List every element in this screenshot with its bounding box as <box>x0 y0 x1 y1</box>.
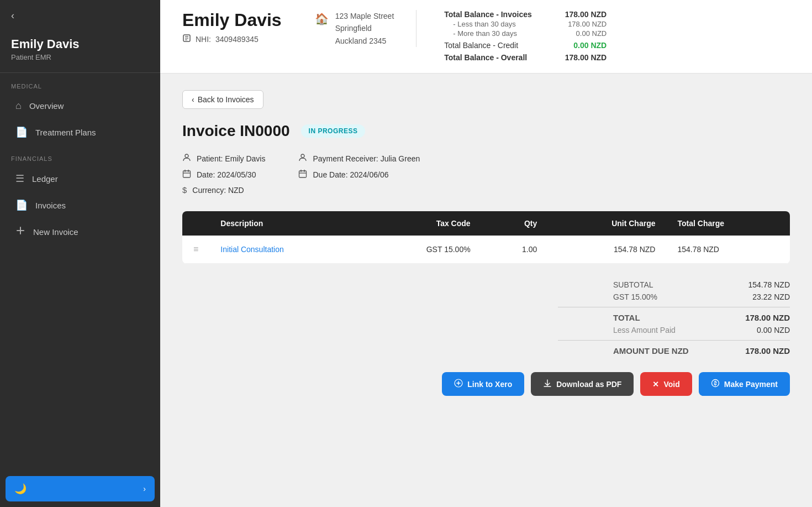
patient-header: Emily Davis NHI: 3409489345 🏠 123 Maple … <box>160 0 812 74</box>
due-date-calendar-icon <box>298 169 307 180</box>
balance-row-credit: Total Balance - Credit 0.00 NZD <box>444 41 607 50</box>
date-label: Date: 2024/05/30 <box>197 170 256 179</box>
drag-handle-icon[interactable]: ≡ <box>193 244 198 254</box>
sidebar-item-overview[interactable]: ⌂ Overview <box>4 93 156 118</box>
amount-due-label: AMOUNT DUE NZD <box>613 346 690 356</box>
back-chevron-icon: ‹ <box>192 95 194 104</box>
meta-due-date: Due Date: 2024/06/06 <box>298 169 420 180</box>
patient-icon <box>182 153 191 164</box>
currency-label: Currency: NZD <box>192 186 244 195</box>
sidebar-item-ledger[interactable]: ☰ Ledger <box>4 166 156 191</box>
col-total-charge: Total Charge <box>666 211 790 236</box>
item-description-link[interactable]: Initial Consultation <box>220 245 283 254</box>
meta-patient: Patient: Emily Davis <box>182 153 265 164</box>
subtotal-value: 154.78 NZD <box>724 280 790 289</box>
sidebar-item-label: Treatment Plans <box>35 128 96 137</box>
nhi-icon <box>182 34 191 44</box>
invoice-meta: Patient: Emily Davis Date: 2024/05/30 $ … <box>182 153 790 195</box>
total-value: 178.00 NZD <box>724 313 790 322</box>
document-icon: 📄 <box>15 126 28 138</box>
subtotal-label: SUBTOTAL <box>613 280 690 289</box>
amount-due-row: AMOUNT DUE NZD 178.00 NZD <box>558 346 790 356</box>
svg-rect-7 <box>183 171 191 177</box>
nhi-value: 3409489345 <box>215 35 259 44</box>
meta-date: Date: 2024/05/30 <box>182 169 265 180</box>
sidebar-patient-name: Emily Davis <box>11 37 149 51</box>
totals-block: SUBTOTAL 154.78 NZD GST 15.00% 23.22 NZD… <box>182 280 790 356</box>
total-overall-value: 178.00 NZD <box>565 53 607 62</box>
sidebar-item-treatment-plans[interactable]: 📄 Treatment Plans <box>4 119 156 145</box>
balance-row-overall: Total Balance - Overall 178.00 NZD <box>444 53 607 62</box>
subtotal-row: SUBTOTAL 154.78 NZD <box>558 280 790 289</box>
make-payment-button[interactable]: Make Payment <box>699 372 790 396</box>
balance-row-total-invoices: Total Balance - Invoices 178.00 NZD <box>444 10 607 19</box>
meta-currency: $ Currency: NZD <box>182 185 265 195</box>
void-label: Void <box>663 380 679 389</box>
sidebar-item-label: Invoices <box>35 201 66 210</box>
nhi-label: NHI: <box>196 35 211 44</box>
row-description[interactable]: Initial Consultation <box>209 236 362 264</box>
more-30-value: 0.00 NZD <box>576 29 607 38</box>
void-button[interactable]: ✕ Void <box>640 372 692 396</box>
table-row: ≡ Initial Consultation GST 15.00% 1.00 1… <box>182 236 790 264</box>
chevron-right-icon: › <box>143 484 146 493</box>
col-unit-charge: Unit Charge <box>548 211 666 236</box>
calendar-icon <box>182 169 191 180</box>
payment-receiver-label: Payment Receiver: Julia Green <box>313 154 420 163</box>
row-unit-charge: 154.78 NZD <box>548 236 666 264</box>
sidebar-item-invoices[interactable]: 📄 Invoices <box>4 192 156 218</box>
sidebar-bottom: 🌙 › <box>0 471 160 507</box>
address-line3: Auckland 2345 <box>335 35 394 47</box>
patient-address-block: 🏠 123 Maple Street Springfield Auckland … <box>315 10 417 47</box>
sidebar-patient-label: Patient EMR <box>11 53 149 61</box>
list-icon: ☰ <box>15 173 24 185</box>
total-label: TOTAL <box>613 313 690 322</box>
back-button-label: Back to Invoices <box>198 95 254 104</box>
download-pdf-button[interactable]: Download as PDF <box>531 372 634 396</box>
link-to-xero-button[interactable]: Link to Xero <box>442 372 524 396</box>
back-arrow-icon: ‹ <box>11 10 14 21</box>
svg-rect-12 <box>299 171 307 177</box>
sidebar-item-label: Overview <box>29 101 64 111</box>
less-30-value: 178.00 NZD <box>568 20 607 28</box>
meta-col-left: Patient: Emily Davis Date: 2024/05/30 $ … <box>182 153 265 195</box>
less-30-label: - Less than 30 days <box>453 20 515 28</box>
gst-row: GST 15.00% 23.22 NZD <box>558 292 790 301</box>
patient-address: 123 Maple Street Springfield Auckland 23… <box>335 10 394 47</box>
payment-icon <box>711 379 720 389</box>
less-paid-row: Less Amount Paid 0.00 NZD <box>558 326 790 334</box>
address-line2: Springfield <box>335 22 394 34</box>
amount-due-value: 178.00 NZD <box>724 346 790 356</box>
sidebar-back-button[interactable]: ‹ <box>0 0 160 32</box>
balance-block: Total Balance - Invoices 178.00 NZD - Le… <box>444 10 607 63</box>
total-row: TOTAL 178.00 NZD <box>558 313 790 322</box>
invoice-actions: Link to Xero Download as PDF ✕ Void Make… <box>182 372 790 407</box>
total-credit-value: 0.00 NZD <box>573 41 607 50</box>
total-credit-label: Total Balance - Credit <box>444 41 518 50</box>
totals-divider-1 <box>558 307 790 307</box>
col-drag <box>182 211 209 236</box>
meta-col-right: Payment Receiver: Julia Green Due Date: … <box>298 153 420 195</box>
drag-handle-cell: ≡ <box>182 236 209 264</box>
sidebar-item-label: New Invoice <box>33 227 78 237</box>
balance-row-more-30: - More than 30 days 0.00 NZD <box>444 29 607 38</box>
sidebar-patient-info: Emily Davis Patient EMR <box>0 32 160 73</box>
svg-point-6 <box>185 154 188 158</box>
total-invoices-value: 178.00 NZD <box>565 10 607 19</box>
address-line1: 123 Maple Street <box>335 10 394 22</box>
home-icon: ⌂ <box>15 100 22 112</box>
sidebar-item-new-invoice[interactable]: New Invoice <box>4 219 156 245</box>
invoice-icon: 📄 <box>15 199 28 211</box>
invoice-content: ‹ Back to Invoices Invoice IN0000 IN PRO… <box>160 74 812 507</box>
back-to-invoices-button[interactable]: ‹ Back to Invoices <box>182 90 263 109</box>
patient-nhi: NHI: 3409489345 <box>182 34 282 44</box>
sidebar-section-medical: MEDICAL <box>0 73 160 93</box>
svg-point-11 <box>301 154 304 158</box>
home-address-icon: 🏠 <box>315 12 329 25</box>
gst-value: 23.22 NZD <box>724 292 790 301</box>
row-total-charge: 154.78 NZD <box>666 236 790 264</box>
row-tax-code: GST 15.00% <box>362 236 481 264</box>
void-icon: ✕ <box>652 380 659 389</box>
sidebar-toggle[interactable]: 🌙 › <box>6 476 155 501</box>
invoice-title: Invoice IN0000 <box>182 122 290 140</box>
